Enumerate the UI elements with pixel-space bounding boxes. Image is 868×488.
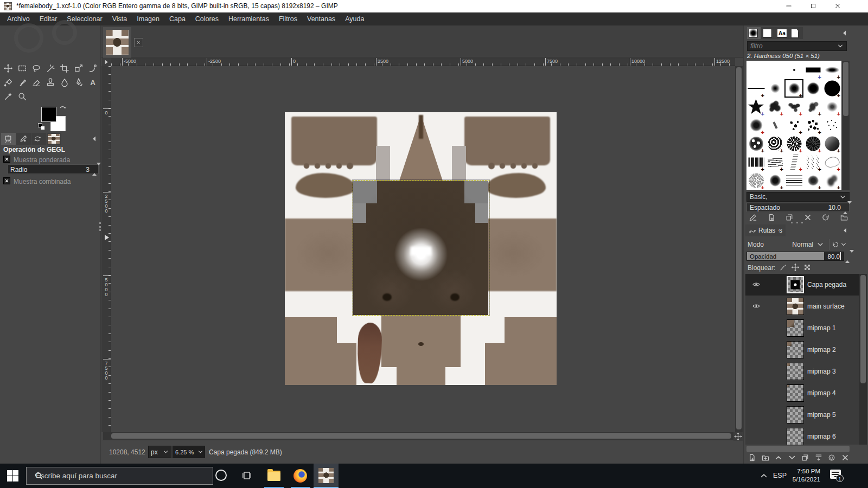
brush-cell[interactable]: + (784, 153, 803, 171)
brush-cell[interactable]: + (803, 153, 822, 171)
language-indicator[interactable]: ESP (773, 464, 787, 488)
layer-action-button[interactable] (746, 453, 757, 463)
tool-button[interactable] (72, 75, 86, 89)
layer-row[interactable]: mipmap 1 (745, 317, 859, 339)
weighted-sample-checkbox[interactable] (3, 156, 10, 163)
vertical-ruler[interactable]: 0250050007500 (101, 66, 111, 432)
layer-list-scrollbar[interactable] (859, 274, 867, 445)
tool-button[interactable] (1, 89, 15, 104)
brush-cell[interactable]: + (822, 98, 841, 116)
layer-action-button[interactable] (800, 453, 810, 463)
menu-item[interactable]: Ventanas (302, 12, 340, 25)
lock-paint-icon[interactable] (779, 263, 788, 272)
layer-action-button[interactable] (813, 453, 824, 463)
brush-cell[interactable]: + (822, 79, 841, 98)
tool-button[interactable] (29, 61, 43, 75)
lock-position-icon[interactable] (791, 263, 800, 272)
brush-cell[interactable]: + (746, 98, 765, 116)
file-explorer-button[interactable] (267, 471, 280, 481)
layer-row[interactable]: mipmap 6 (745, 426, 859, 445)
tool-button[interactable] (72, 61, 86, 75)
default-colors-icon-bg[interactable] (41, 126, 45, 130)
lock-alpha-icon[interactable] (803, 263, 812, 272)
tab-image-preview[interactable] (47, 133, 61, 145)
mode-switch-button[interactable] (829, 239, 850, 250)
brush-cell[interactable]: + (822, 134, 841, 153)
tool-button[interactable] (86, 61, 100, 75)
tool-button[interactable] (58, 61, 72, 75)
mode-dropdown[interactable]: Normal (770, 239, 827, 250)
brush-cell[interactable]: + (746, 79, 765, 98)
brush-cell[interactable]: + (746, 134, 765, 153)
clock[interactable]: 7:50 PM 5/16/2021 (787, 467, 820, 484)
combined-sample-checkbox[interactable] (3, 177, 10, 184)
brush-cell[interactable]: + (784, 79, 803, 98)
brush-cell[interactable]: + (822, 61, 841, 79)
tool-button[interactable] (15, 75, 29, 89)
brush-cell[interactable]: + (803, 98, 822, 116)
image-tab[interactable] (103, 27, 131, 57)
layer-row[interactable]: mipmap 4 (745, 382, 859, 404)
brush-cell[interactable]: + (765, 171, 784, 190)
visibility-eye-icon[interactable] (751, 280, 762, 288)
tab-document-history[interactable] (789, 27, 803, 39)
tool-button[interactable] (1, 75, 15, 89)
brush-cell[interactable] (784, 171, 803, 190)
layer-row[interactable]: mipmap 2 (745, 339, 859, 361)
menu-item[interactable]: Herramientas (224, 12, 274, 25)
menu-item[interactable]: Filtros (274, 12, 302, 25)
canvas-hscrollbar[interactable] (103, 432, 733, 440)
brush-cell[interactable]: + (803, 116, 822, 134)
zoom-dropdown[interactable]: 6.25 % (173, 446, 205, 458)
brush-cell[interactable]: + (822, 171, 841, 190)
opacity-spinner-arrows[interactable] (845, 253, 850, 260)
brush-action-button[interactable] (748, 213, 758, 223)
swap-colors-icon[interactable] (59, 105, 68, 114)
firefox-button[interactable] (293, 469, 307, 483)
foreground-color-swatch[interactable] (41, 107, 56, 122)
brush-cell[interactable]: + (746, 171, 765, 190)
opacity-slider[interactable]: Opacidad 80.0 (746, 252, 844, 261)
cortana-button[interactable] (215, 470, 227, 481)
brush-action-button[interactable] (766, 213, 777, 223)
layer-row[interactable]: mipmap 3 (745, 361, 859, 382)
brush-preset-dropdown[interactable]: Basic, (746, 192, 850, 202)
brush-cell[interactable]: + (784, 116, 803, 134)
unit-dropdown[interactable]: px (148, 446, 171, 458)
brush-action-button[interactable] (839, 213, 850, 223)
canvas-vscrollbar[interactable] (735, 66, 743, 432)
spinner-arrows-icon[interactable] (843, 204, 848, 211)
layer-row[interactable]: main surface (745, 296, 859, 317)
brush-cell[interactable] (784, 61, 803, 79)
collapse-dock-icon[interactable] (840, 29, 849, 37)
tab-device-status[interactable] (16, 133, 31, 145)
brush-filter-input[interactable]: filtro (747, 41, 847, 51)
brush-cell[interactable]: + (784, 134, 803, 153)
layer-row[interactable]: Capa pegada (745, 274, 859, 296)
tool-button[interactable] (43, 75, 58, 89)
brush-cell[interactable] (765, 116, 784, 134)
menu-item[interactable]: Capa (164, 12, 190, 25)
layer-row[interactable]: mipmap 5 (745, 404, 859, 426)
radius-spinner[interactable]: Radio 3 (8, 164, 99, 174)
tab-brushes[interactable] (747, 27, 761, 39)
brush-cell[interactable]: + (803, 171, 822, 190)
brush-cell[interactable]: + (803, 61, 822, 79)
canvas-navigation-button[interactable] (733, 432, 743, 441)
dock-resize-handle[interactable] (99, 222, 101, 231)
tab-patterns[interactable] (761, 27, 775, 39)
layers-hscrollbar[interactable] (746, 446, 850, 452)
brush-cell[interactable]: + (765, 98, 784, 116)
menu-item[interactable]: Imagen (132, 12, 164, 25)
brush-cell[interactable] (746, 61, 765, 79)
image-tab-close-icon[interactable] (134, 38, 143, 47)
dock-splitter-handle[interactable] (791, 222, 803, 224)
tool-button[interactable] (15, 89, 29, 104)
layer-action-button[interactable] (826, 453, 837, 463)
menu-item[interactable]: Ayuda (340, 12, 369, 25)
layer-action-button[interactable] (787, 453, 797, 463)
tool-button[interactable] (1, 61, 15, 75)
ruler-origin-button[interactable] (102, 58, 111, 66)
brush-cell[interactable]: + (822, 153, 841, 171)
search-input[interactable]: Escribe aquí para buscar (26, 467, 213, 485)
